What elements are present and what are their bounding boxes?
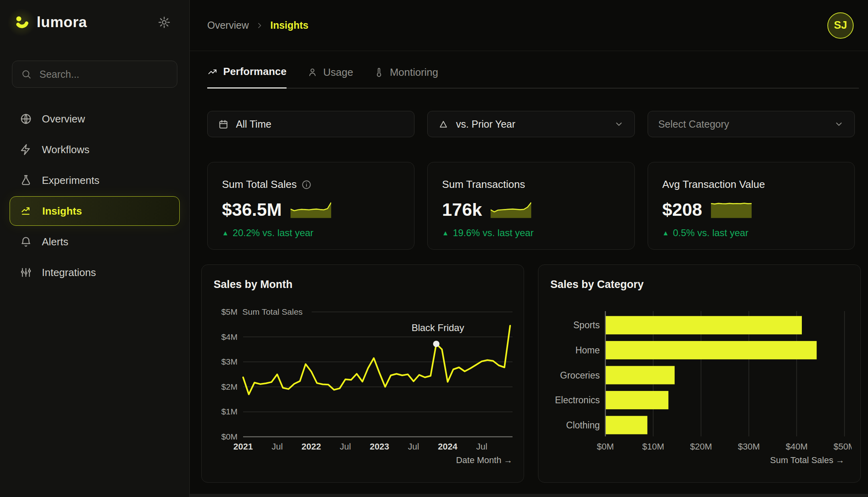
- bar-electronics[interactable]: [606, 391, 668, 409]
- info-icon[interactable]: [301, 179, 312, 190]
- y-tick-label: $2M: [221, 382, 238, 391]
- tab-performance[interactable]: Performance: [207, 65, 287, 89]
- sidebar-item-overview[interactable]: Overview: [10, 108, 180, 130]
- x-axis-title: Date Month →: [456, 455, 513, 465]
- bell-icon: [20, 236, 32, 248]
- comparison-label: vs. Prior Year: [456, 118, 515, 130]
- x-tick-label: 2021: [234, 442, 253, 452]
- trending-up-icon: [207, 67, 218, 77]
- bar-home[interactable]: [606, 341, 817, 359]
- sidebar-item-label: Experiments: [42, 174, 100, 187]
- user-icon: [307, 67, 318, 77]
- breadcrumb-parent[interactable]: Overview: [207, 20, 249, 31]
- x-tick-label: 2024: [438, 442, 458, 452]
- kpi-sparkline: [711, 200, 752, 219]
- logo-row: lumora: [0, 10, 189, 34]
- tab-usage[interactable]: Usage: [307, 65, 353, 89]
- category-filter[interactable]: Select Category: [648, 111, 855, 137]
- bar-clothing[interactable]: [606, 416, 647, 434]
- insights-icon: [20, 205, 32, 217]
- tab-bar: Performance Usage Montioring: [207, 51, 859, 89]
- category-placeholder: Select Category: [658, 118, 729, 130]
- kpi-row: Sum Total Sales $36.5M ▲ 20.2% vs. last …: [207, 162, 855, 250]
- kpi-value-row: $208: [662, 196, 840, 219]
- chart-title: Sales by Category: [550, 278, 644, 291]
- kpi-card-avg-transaction-value: Avg Transaction Value $208 ▲ 0.5% vs. la…: [648, 162, 855, 250]
- category-label: Clothing: [566, 420, 600, 430]
- kpi-label-row: Avg Transaction Value: [662, 178, 840, 191]
- kpi-label: Sum Total Sales: [222, 178, 297, 191]
- delta-icon: [438, 119, 449, 130]
- x-tick-label: $10M: [642, 442, 664, 452]
- sidebar-item-label: Insights: [42, 205, 82, 217]
- x-axis-title: Sum Total Sales →: [770, 455, 844, 465]
- bar-sports[interactable]: [606, 316, 802, 334]
- tab-montioring[interactable]: Montioring: [374, 65, 438, 89]
- sparkline-line: [711, 203, 752, 204]
- sidebar-item-label: Integrations: [42, 266, 96, 279]
- kpi-value: $36.5M: [222, 201, 282, 219]
- tab-label: Montioring: [390, 66, 438, 79]
- sidebar: lumora Overview Workflows Experiments In…: [0, 0, 190, 497]
- x-tick-label: Jul: [476, 442, 487, 452]
- lumora-logo-icon: [12, 13, 31, 32]
- sidebar-item-workflows[interactable]: Workflows: [10, 138, 180, 161]
- y-axis-title: Sum Total Sales: [242, 307, 302, 316]
- kpi-delta-text: 20.2% vs. last year: [233, 227, 314, 239]
- y-tick-label: $5M: [221, 307, 238, 316]
- x-tick-label: Jul: [340, 442, 351, 452]
- kpi-value-row: 176k: [442, 196, 620, 219]
- x-tick-label: $20M: [690, 442, 712, 452]
- category-label: Groceries: [560, 370, 600, 381]
- delta-up-icon: ▲: [222, 230, 229, 237]
- avatar[interactable]: SJ: [827, 12, 854, 39]
- kpi-sparkline: [491, 200, 531, 219]
- annotation-dot[interactable]: [433, 341, 440, 347]
- kpi-delta-text: 0.5% vs. last year: [673, 227, 748, 239]
- tab-label: Usage: [323, 66, 353, 79]
- sparkline-fill: [711, 203, 752, 218]
- kpi-delta: ▲ 0.5% vs. last year: [662, 227, 840, 239]
- x-tick-label: $50M: [833, 442, 852, 452]
- calendar-icon: [218, 119, 229, 130]
- sparkline-line: [291, 203, 331, 211]
- y-tick-label: $4M: [221, 332, 238, 341]
- globe-icon: [20, 113, 32, 125]
- chevron-down-icon: [614, 119, 624, 129]
- comparison-filter[interactable]: vs. Prior Year: [427, 111, 634, 137]
- kpi-delta-text: 19.6% vs. last year: [453, 227, 534, 239]
- x-tick-label: Jul: [408, 442, 419, 452]
- y-tick-label: $0M: [221, 432, 238, 441]
- search-input[interactable]: [39, 68, 168, 81]
- kpi-sparkline: [291, 200, 331, 219]
- brand-name: lumora: [37, 14, 87, 31]
- delta-up-icon: ▲: [442, 230, 449, 237]
- category-label: Home: [575, 345, 600, 355]
- kpi-label-row: Sum Transactions: [442, 178, 620, 191]
- sales-by-category-chart: $0M$10M$20M$30M$40M$50MSportsHomeGroceri…: [548, 300, 852, 469]
- sidebar-item-alerts[interactable]: Alerts: [10, 231, 180, 253]
- breadcrumb: Overview Insights: [207, 20, 308, 31]
- zap-icon: [20, 144, 32, 156]
- x-tick-label: $30M: [738, 442, 760, 452]
- y-tick-label: $1M: [221, 407, 238, 416]
- x-tick-label: $40M: [786, 442, 807, 452]
- kpi-value: 176k: [442, 201, 482, 219]
- kpi-value: $208: [662, 201, 702, 219]
- time-range-label: All Time: [236, 118, 271, 130]
- kpi-card-sum-total-sales: Sum Total Sales $36.5M ▲ 20.2% vs. last …: [207, 162, 414, 250]
- settings-gear-icon[interactable]: [157, 16, 171, 29]
- tab-label: Performance: [223, 65, 287, 78]
- sidebar-item-integrations[interactable]: Integrations: [10, 261, 180, 284]
- content: Performance Usage Montioring All Time vs…: [190, 51, 868, 483]
- bar-groceries[interactable]: [606, 366, 675, 385]
- time-range-filter[interactable]: All Time: [207, 111, 414, 137]
- filter-row: All Time vs. Prior Year Select Category: [207, 111, 855, 137]
- sidebar-item-experiments[interactable]: Experiments: [10, 169, 180, 191]
- chart-title: Sales by Month: [214, 278, 293, 291]
- sales-by-category-panel: Sales by Category $0M$10M$20M$30M$40M$50…: [538, 264, 861, 483]
- kpi-label: Avg Transaction Value: [662, 178, 765, 191]
- kpi-label-row: Sum Total Sales: [222, 178, 400, 191]
- app-window: lumora Overview Workflows Experiments In…: [0, 0, 868, 497]
- sidebar-item-insights[interactable]: Insights: [10, 196, 180, 226]
